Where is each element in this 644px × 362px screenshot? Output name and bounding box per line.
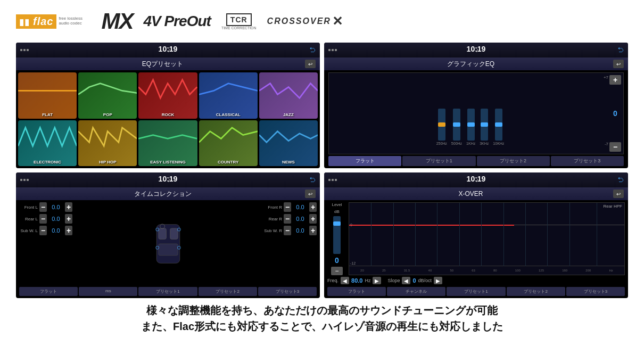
tc-tab-flat[interactable]: フラット	[19, 287, 78, 296]
tc-front-r-plus[interactable]: +	[309, 202, 317, 212]
eq-track-3khz[interactable]	[481, 109, 488, 141]
preset-hiphop[interactable]: HIP HOP	[78, 120, 137, 167]
eq-handle-3khz[interactable]	[481, 122, 488, 127]
eq-freq-10khz: 10KHz	[493, 142, 504, 145]
preset-classical[interactable]: CLASSICAL	[199, 72, 258, 119]
tc-front-r-value: 0.0	[293, 204, 308, 210]
preset-country[interactable]: COUNTRY	[199, 120, 258, 167]
xover-tab-preset1[interactable]: プリセット1	[447, 287, 505, 296]
xover-freq-63: 63	[472, 269, 475, 272]
eq-tab-preset1[interactable]: プリセット1	[402, 156, 475, 166]
xover-tab-preset3[interactable]: プリセット3	[566, 287, 625, 296]
dot-2	[23, 179, 26, 181]
tc-left-channels: Front L − 0.0 + Rear L − 0.0 + Sub W. L …	[19, 202, 72, 285]
xover-freq-value: 80.0	[351, 277, 362, 284]
eq-track-10khz[interactable]	[495, 109, 502, 141]
xover-vline-11	[597, 203, 597, 266]
dot-1	[328, 49, 331, 51]
eq-display: +7 -7 250Hz 500Hz	[328, 72, 624, 154]
eq-handle-10khz[interactable]	[495, 122, 502, 127]
graphic-eq-screen: ♪ 10:19 ⮌ グラフィックEQ ↩ +7 -7 250Hz	[324, 43, 628, 168]
eq-tab-flat[interactable]: フラット	[328, 156, 401, 166]
preset-flat-label: FLAT	[42, 112, 53, 117]
xover-header: ♪ 10:19 ⮌	[324, 172, 628, 187]
eq-preset-back-button[interactable]: ↩	[305, 60, 316, 68]
tc-tab-preset3[interactable]: プリセット3	[258, 287, 317, 296]
preset-easy-listening[interactable]: EASY LISTENING	[138, 120, 197, 167]
xover-freq-unit: Hz	[365, 278, 370, 283]
preset-news-label: NEWS	[282, 160, 295, 164]
tc-rear-l-minus[interactable]: −	[39, 214, 47, 224]
flat-wave-icon	[18, 72, 77, 109]
preset-rock[interactable]: ROCK	[138, 72, 197, 119]
xover-freq-125: 125	[539, 269, 544, 272]
tc-tab-preset2[interactable]: プリセット2	[199, 287, 257, 296]
xover-bottom-row: Freq. ◀ 80.0 Hz ▶ Slope ◀ 0 dB/oct ▶	[327, 277, 625, 284]
eq-preset-header: ♪ 10:19 ⮌	[16, 43, 320, 57]
eq-minus-button[interactable]: −	[609, 142, 621, 152]
classical-wave-icon	[199, 72, 258, 109]
tc-subw-l-label: Sub W. L	[19, 228, 38, 233]
xover-tab-flat[interactable]: フラット	[327, 287, 386, 296]
tc-subw-r-label: Sub W. R	[263, 228, 282, 233]
bluetooth-icon: ⮌	[617, 176, 624, 184]
screen-dots	[20, 49, 29, 51]
tc-subw-r-minus[interactable]: −	[284, 226, 291, 235]
preset-jazz[interactable]: JAZZ	[259, 72, 318, 119]
eq-preset-grid: FLAT POP ROCK CLASSICAL JAZZ ELECTRONI	[16, 70, 320, 168]
eq-handle-1khz[interactable]	[467, 122, 475, 127]
eq-slider-3khz: 3KHz	[480, 109, 489, 145]
preset-flat[interactable]: FLAT	[18, 72, 77, 119]
preset-jazz-label: JAZZ	[283, 112, 294, 117]
tc-rear-l-label: Rear L	[19, 217, 38, 221]
tc-rear-l-plus[interactable]: +	[65, 214, 72, 224]
preset-rock-label: ROCK	[162, 112, 175, 117]
tc-rear-r-plus[interactable]: +	[309, 214, 317, 224]
eq-handle-500hz[interactable]	[453, 122, 460, 127]
eq-track-1khz[interactable]	[467, 109, 475, 141]
xover-time: 10:19	[467, 175, 486, 183]
eq-plus-button[interactable]: +	[609, 75, 621, 85]
xover-slope-right-arrow[interactable]: ▶	[434, 277, 442, 284]
xover-level-slider[interactable]	[333, 216, 341, 254]
tc-front-r-label: Front R	[263, 205, 282, 210]
tc-front-l-minus[interactable]: −	[39, 202, 47, 212]
dot-3	[27, 49, 29, 51]
tc-subw-r-plus[interactable]: +	[309, 226, 317, 235]
xover-bottom-tabs: フラット チャンネル プリセット1 プリセット2 プリセット3	[327, 287, 625, 296]
tc-rear-r-minus[interactable]: −	[284, 214, 291, 224]
xover-freq-31: 31.5	[404, 269, 410, 272]
xover-freq-200: 200	[585, 269, 591, 272]
tc-front-l-plus[interactable]: +	[65, 202, 72, 212]
time-correction-time: 10:19	[159, 175, 178, 183]
graphic-eq-back-button[interactable]: ↩	[613, 60, 624, 68]
xover-vline-8	[525, 203, 526, 266]
xover-level-handle[interactable]	[333, 221, 341, 226]
preset-news[interactable]: NEWS	[259, 120, 318, 167]
xover-tab-channel[interactable]: チャンネル	[387, 287, 445, 296]
tc-rear-r-value: 0.0	[293, 216, 308, 222]
tcr-label: TCR	[226, 13, 252, 26]
eq-handle-250hz[interactable]	[438, 122, 445, 127]
time-correction-title: タイムコレクション	[20, 190, 305, 199]
xover-freq-left-arrow[interactable]: ◀	[341, 277, 349, 284]
tc-subw-l-plus[interactable]: +	[65, 226, 72, 235]
eq-track-500hz[interactable]	[453, 109, 460, 141]
eq-tab-preset2[interactable]: プリセット2	[477, 156, 550, 166]
eq-tab-preset3[interactable]: プリセット3	[551, 156, 624, 166]
xover-tab-preset2[interactable]: プリセット2	[507, 287, 565, 296]
tc-tab-ms[interactable]: ms	[79, 287, 137, 296]
time-correction-back-button[interactable]: ↩	[305, 190, 316, 198]
preset-pop[interactable]: POP	[78, 72, 137, 119]
preset-electronic[interactable]: ELECTRONIC	[18, 120, 77, 167]
xover-freq-right-arrow[interactable]: ▶	[373, 277, 381, 284]
tc-tab-preset1[interactable]: プリセット1	[138, 287, 197, 296]
bluetooth-icon: ⮌	[309, 176, 316, 184]
tc-bottom-tabs: フラット ms プリセット1 プリセット2 プリセット3	[19, 287, 317, 296]
xover-back-button[interactable]: ↩	[613, 190, 624, 198]
eq-track-250hz[interactable]	[438, 109, 445, 141]
tc-subw-l-minus[interactable]: −	[39, 226, 47, 235]
xover-slope-left-arrow[interactable]: ◀	[402, 277, 410, 284]
tc-front-r-minus[interactable]: −	[284, 202, 291, 212]
xover-minus-button[interactable]: −	[331, 267, 343, 275]
